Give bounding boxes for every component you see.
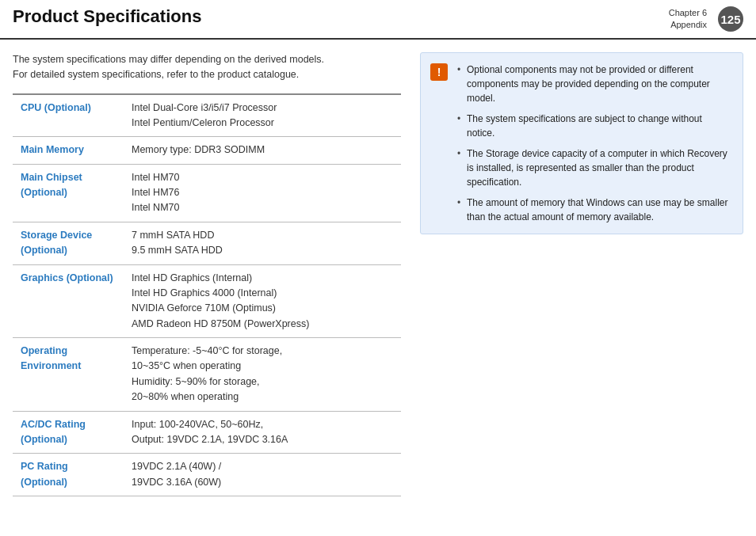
table-row: OperatingEnvironmentTemperature: -5~40°C… — [13, 338, 401, 412]
main-content: The system specifications may differ dep… — [0, 40, 756, 496]
spec-label: Storage Device(Optional) — [13, 222, 124, 264]
spec-value: Intel HD Graphics (Internal)Intel HD Gra… — [124, 264, 401, 338]
table-row: Main Chipset(Optional)Intel HM70Intel HM… — [13, 164, 401, 222]
spec-label: CPU (Optional) — [13, 94, 124, 137]
page-title: Product Specifications — [13, 6, 669, 32]
spec-label: OperatingEnvironment — [13, 338, 124, 412]
notice-icon: ! — [430, 63, 448, 81]
spec-value: Temperature: -5~40°C for storage, 10~35°… — [124, 338, 401, 412]
table-row: AC/DC Rating(Optional)Input: 100-240VAC,… — [13, 411, 401, 454]
table-row: Storage Device(Optional)7 mmH SATA HDD9.… — [13, 222, 401, 264]
spec-label: AC/DC Rating(Optional) — [13, 411, 124, 454]
page-header: Product Specifications Chapter 6 Appendi… — [0, 0, 756, 40]
intro-text: The system specifications may differ dep… — [13, 52, 401, 82]
spec-value: 19VDC 2.1A (40W) /19VDC 3.16A (60W) — [124, 454, 401, 496]
spec-label: Main Memory — [13, 137, 124, 164]
spec-label: PC Rating (Optional) — [13, 454, 124, 496]
list-item: The amount of memory that Windows can us… — [456, 196, 731, 224]
table-row: CPU (Optional)Intel Dual-Core i3/i5/i7 P… — [13, 94, 401, 137]
table-row: Main MemoryMemory type: DDR3 SODIMM — [13, 137, 401, 164]
table-row: PC Rating (Optional)19VDC 2.1A (40W) /19… — [13, 454, 401, 496]
list-item: The Storage device capacity of a compute… — [456, 146, 731, 189]
spec-label: Main Chipset(Optional) — [13, 164, 124, 222]
list-item: Optional components may not be provided … — [456, 63, 731, 105]
page-number-badge: 125 — [718, 6, 743, 32]
notice-box: ! Optional components may not be provide… — [420, 52, 743, 234]
list-item: The system specifications are subject to… — [456, 112, 731, 140]
spec-value: Intel HM70Intel HM76Intel NM70 — [124, 164, 401, 222]
spec-value: Intel Dual-Core i3/i5/i7 ProcessorIntel … — [124, 94, 401, 137]
notice-list: Optional components may not be provided … — [456, 63, 731, 224]
left-column: The system specifications may differ dep… — [13, 52, 401, 496]
table-row: Graphics (Optional)Intel HD Graphics (In… — [13, 264, 401, 338]
spec-value: Input: 100-240VAC, 50~60Hz,Output: 19VDC… — [124, 411, 401, 454]
spec-label: Graphics (Optional) — [13, 264, 124, 338]
spec-value: 7 mmH SATA HDD9.5 mmH SATA HDD — [124, 222, 401, 264]
right-column: ! Optional components may not be provide… — [420, 52, 743, 496]
specs-table: CPU (Optional)Intel Dual-Core i3/i5/i7 P… — [13, 93, 401, 497]
spec-value: Memory type: DDR3 SODIMM — [124, 137, 401, 164]
chapter-label: Chapter 6 Appendix — [669, 6, 707, 32]
